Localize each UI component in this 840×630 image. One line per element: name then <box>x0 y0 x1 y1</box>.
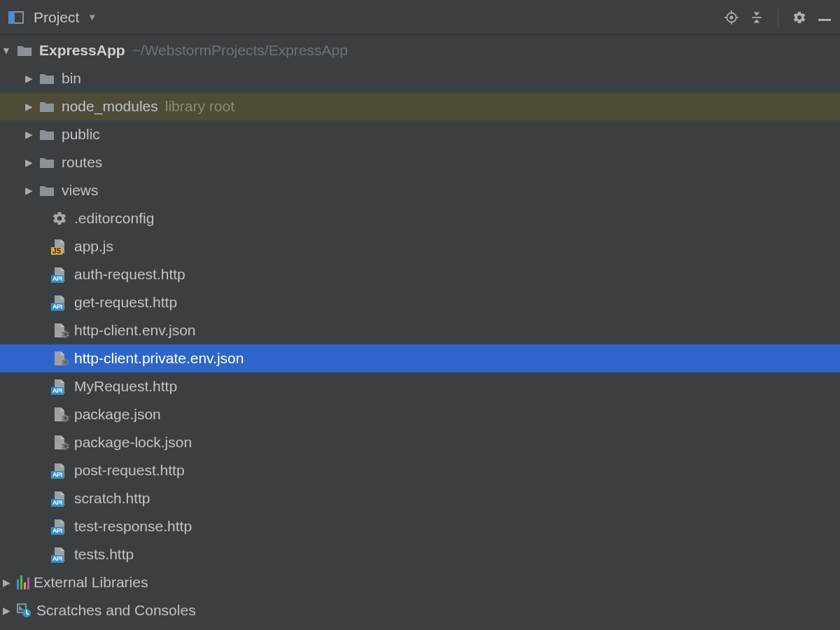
chevron-right-icon[interactable]: ▶ <box>24 129 34 140</box>
file-label: post-request.http <box>74 462 185 479</box>
file-item[interactable]: APIMyRequest.http <box>0 372 840 400</box>
file-item[interactable]: JSapp.js <box>0 232 840 260</box>
file-label: app.js <box>74 238 113 255</box>
settings-gear-icon[interactable] <box>792 10 806 24</box>
file-label: http-client.env.json <box>74 322 196 339</box>
file-item[interactable]: APIauth-request.http <box>0 260 840 288</box>
folder-bin[interactable]: ▶bin <box>0 64 840 92</box>
chevron-down-icon[interactable]: ▼ <box>1 45 11 56</box>
file-label: get-request.http <box>74 294 177 311</box>
folder-note: library root <box>165 98 234 115</box>
folder-public[interactable]: ▶public <box>0 120 840 148</box>
file-label: scratch.http <box>74 490 150 507</box>
http-file-icon: API <box>52 463 67 478</box>
folder-views[interactable]: ▶views <box>0 176 840 204</box>
file-item[interactable]: APItests.http <box>0 540 840 568</box>
folder-label: public <box>62 126 100 143</box>
scratches-and-consoles[interactable]: ▶ Scratches and Consoles <box>0 596 840 624</box>
dropdown-icon[interactable]: ▼ <box>88 12 97 22</box>
folder-icon <box>39 156 55 169</box>
http-file-icon: API <box>52 547 67 562</box>
libraries-icon <box>17 575 29 589</box>
json-file-icon <box>52 435 67 450</box>
http-file-icon: API <box>52 519 67 534</box>
svg-marker-7 <box>754 12 760 15</box>
chevron-right-icon[interactable]: ▶ <box>1 577 11 588</box>
folder-node_modules[interactable]: ▶node_moduleslibrary root <box>0 92 840 120</box>
http-file-icon: API <box>52 267 67 282</box>
file-item[interactable]: http-client.private.env.json <box>0 344 840 372</box>
file-label: package.json <box>74 406 161 423</box>
file-label: package-lock.json <box>74 434 192 451</box>
http-file-icon: API <box>52 295 67 310</box>
svg-marker-8 <box>754 19 760 22</box>
file-item[interactable]: APIget-request.http <box>0 288 840 316</box>
scratches-label: Scratches and Consoles <box>36 602 196 619</box>
js-file-icon: JS <box>52 239 67 254</box>
file-item[interactable]: APItest-response.http <box>0 512 840 540</box>
folder-icon <box>39 184 55 197</box>
external-libraries[interactable]: ▶ External Libraries <box>0 568 840 596</box>
chevron-right-icon[interactable]: ▶ <box>24 185 34 196</box>
panel-title[interactable]: Project <box>34 9 79 26</box>
file-label: .editorconfig <box>74 210 154 227</box>
folder-label: views <box>62 182 99 199</box>
file-label: MyRequest.http <box>74 378 177 395</box>
file-item[interactable]: package.json <box>0 400 840 428</box>
chevron-right-icon[interactable]: ▶ <box>24 101 34 112</box>
svg-point-1 <box>730 16 732 18</box>
folder-icon <box>39 128 55 141</box>
http-file-icon: API <box>52 491 67 506</box>
hide-panel-icon[interactable] <box>818 10 832 24</box>
chevron-right-icon[interactable]: ▶ <box>24 73 34 84</box>
collapse-all-icon[interactable] <box>750 10 764 24</box>
folder-icon <box>39 100 55 113</box>
svg-marker-10 <box>19 606 24 610</box>
project-panel-icon <box>8 11 24 24</box>
folder-icon <box>17 44 32 57</box>
external-libraries-label: External Libraries <box>34 574 148 591</box>
file-label: test-response.http <box>74 518 192 535</box>
file-label: auth-request.http <box>74 266 186 283</box>
json-file-icon <box>52 407 67 422</box>
folder-routes[interactable]: ▶routes <box>0 148 840 176</box>
chevron-right-icon[interactable]: ▶ <box>1 605 11 616</box>
file-item[interactable]: APIscratch.http <box>0 484 840 512</box>
json-file-icon <box>52 351 67 366</box>
gear-icon <box>52 211 67 226</box>
folder-label: node_modules <box>62 98 158 115</box>
file-item[interactable]: .editorconfig <box>0 204 840 232</box>
folder-label: bin <box>62 70 81 87</box>
scratches-icon <box>17 603 31 617</box>
file-label: tests.http <box>74 546 134 563</box>
json-file-icon <box>52 323 67 338</box>
folder-label: routes <box>62 154 102 171</box>
file-item[interactable]: package-lock.json <box>0 428 840 456</box>
chevron-right-icon[interactable]: ▶ <box>24 157 34 168</box>
root-path: ~/WebstormProjects/ExpressApp <box>132 42 348 59</box>
root-name: ExpressApp <box>39 42 125 59</box>
svg-rect-6 <box>752 17 761 18</box>
file-item[interactable]: http-client.env.json <box>0 316 840 344</box>
toolbar-divider <box>778 8 778 27</box>
project-toolbar: Project ▼ <box>0 0 840 35</box>
locate-target-icon[interactable] <box>724 10 738 24</box>
project-tree: ▼ ExpressApp ~/WebstormProjects/ExpressA… <box>0 35 840 624</box>
file-label: http-client.private.env.json <box>74 350 244 367</box>
file-item[interactable]: APIpost-request.http <box>0 456 840 484</box>
http-file-icon: API <box>52 379 67 394</box>
tree-root[interactable]: ▼ ExpressApp ~/WebstormProjects/ExpressA… <box>0 36 840 64</box>
folder-icon <box>39 72 55 85</box>
